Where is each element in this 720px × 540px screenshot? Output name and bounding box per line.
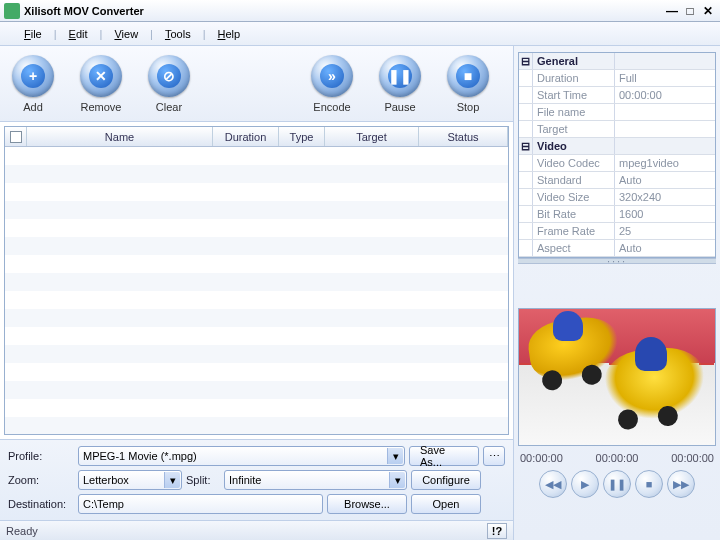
chevron-down-icon: ▾ [387,448,403,464]
pause-button[interactable]: ❚❚Pause [379,55,421,113]
encode-button[interactable]: »Encode [311,55,353,113]
collapse-icon[interactable]: ⊟ [519,53,533,69]
close-button[interactable]: ✕ [700,4,716,18]
file-list[interactable]: Name Duration Type Target Status [4,126,509,435]
zoom-label: Zoom: [8,474,74,486]
slash-icon: ⊘ [157,64,181,88]
splitter[interactable] [518,258,716,264]
player-stop-button[interactable]: ■ [635,470,663,498]
collapse-icon[interactable]: ⊟ [519,138,533,154]
col-name[interactable]: Name [27,127,213,146]
help-button[interactable]: !? [487,523,507,539]
time-elapsed: 00:00:00 [520,452,563,464]
player-pause-button[interactable]: ❚❚ [603,470,631,498]
split-label: Split: [186,474,220,486]
col-status[interactable]: Status [419,127,508,146]
browse-button[interactable]: Browse... [327,494,407,514]
app-icon [4,3,20,19]
destination-label: Destination: [8,498,74,510]
open-button[interactable]: Open [411,494,481,514]
add-button[interactable]: +Add [12,55,54,113]
menu-view[interactable]: View [110,26,142,42]
player-controls: ◀◀ ▶ ❚❚ ■ ▶▶ [514,466,720,506]
pause-icon: ❚❚ [388,64,412,88]
file-list-body[interactable] [5,147,508,434]
x-icon: ✕ [89,64,113,88]
zoom-combo[interactable]: Letterbox▾ [78,470,182,490]
status-text: Ready [6,525,487,537]
menu-edit[interactable]: Edit [65,26,92,42]
profile-label: Profile: [8,450,74,462]
chevron-down-icon: ▾ [164,472,180,488]
stop-button[interactable]: ■Stop [447,55,489,113]
plus-icon: + [21,64,45,88]
col-type[interactable]: Type [279,127,325,146]
time-current: 00:00:00 [596,452,639,464]
toolbar: +Add ✕Remove ⊘Clear »Encode ❚❚Pause ■Sto… [0,46,513,122]
encode-icon: » [320,64,344,88]
timestamps: 00:00:00 00:00:00 00:00:00 [514,450,720,466]
chevron-down-icon: ▾ [389,472,405,488]
menu-help[interactable]: Help [214,26,245,42]
maximize-button[interactable]: □ [682,4,698,18]
configure-button[interactable]: Configure [411,470,481,490]
file-list-header: Name Duration Type Target Status [5,127,508,147]
stop-icon: ■ [456,64,480,88]
select-all-checkbox[interactable] [10,131,22,143]
time-total: 00:00:00 [671,452,714,464]
col-duration[interactable]: Duration [213,127,279,146]
col-target[interactable]: Target [325,127,419,146]
titlebar: Xilisoft MOV Converter — □ ✕ [0,0,720,22]
profile-combo[interactable]: MPEG-1 Movie (*.mpg)▾ [78,446,405,466]
minimize-button[interactable]: — [664,4,680,18]
menu-file[interactable]: File [20,26,46,42]
prev-button[interactable]: ◀◀ [539,470,567,498]
settings-form: Profile: MPEG-1 Movie (*.mpg)▾ Save As..… [0,439,513,520]
play-button[interactable]: ▶ [571,470,599,498]
remove-button[interactable]: ✕Remove [80,55,122,113]
profile-more-button[interactable]: ⋯ [483,446,505,466]
menu-tools[interactable]: Tools [161,26,195,42]
window-title: Xilisoft MOV Converter [24,5,664,17]
preview-panel [518,308,716,446]
property-grid[interactable]: ⊟General DurationFull Start Time00:00:00… [518,52,716,258]
split-combo[interactable]: Infinite▾ [224,470,407,490]
clear-button[interactable]: ⊘Clear [148,55,190,113]
statusbar: Ready !? [0,520,513,540]
next-button[interactable]: ▶▶ [667,470,695,498]
menubar: File| Edit| View| Tools| Help [0,22,720,46]
save-as-button[interactable]: Save As... [409,446,479,466]
destination-input[interactable]: C:\Temp [78,494,323,514]
